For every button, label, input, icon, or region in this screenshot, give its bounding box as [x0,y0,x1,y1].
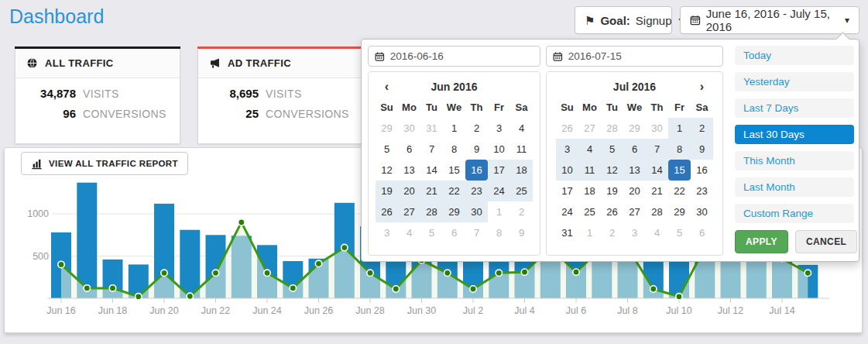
calendar-day[interactable]: 28 [601,118,623,139]
apply-button[interactable]: APPLY [735,230,788,253]
view-all-traffic-report-button[interactable]: VIEW ALL TRAFFIC REPORT [21,152,188,175]
calendar-day[interactable]: 14 [420,160,443,181]
calendar-day[interactable]: 4 [398,222,420,243]
calendar-day[interactable]: 1 [578,222,601,243]
calendar-day[interactable]: 24 [488,181,510,201]
calendar-day[interactable]: 22 [668,181,691,201]
calendar-day[interactable]: 5 [376,139,398,160]
calendar-day[interactable]: 4 [646,222,668,243]
calendar-day[interactable]: 7 [420,139,443,160]
calendar-day[interactable]: 27 [623,201,646,222]
calendar-day[interactable]: 13 [398,160,420,181]
calendar-day[interactable]: 21 [646,181,668,201]
calendar-day[interactable]: 3 [376,222,398,243]
calendar-day[interactable]: 17 [556,181,578,201]
calendar-day[interactable]: 11 [510,139,533,160]
calendar-day[interactable]: 13 [623,160,646,181]
next-month-icon[interactable]: › [691,76,713,97]
calendar-day[interactable]: 3 [556,139,578,160]
calendar-day[interactable]: 24 [556,201,578,222]
calendar-day[interactable]: 7 [646,139,668,160]
calendar-day[interactable]: 16 [691,160,713,181]
calendar-day[interactable]: 30 [398,118,420,139]
calendar-day[interactable]: 1 [668,118,691,139]
calendar-day[interactable]: 30 [691,201,713,222]
calendar-day[interactable]: 1 [488,201,510,222]
calendar-day[interactable]: 6 [623,139,646,160]
calendar-day[interactable]: 7 [465,222,488,243]
calendar-day[interactable]: 3 [488,118,510,139]
calendar-day[interactable]: 20 [623,181,646,201]
calendar-day[interactable]: 3 [623,222,646,243]
calendar-day[interactable]: 27 [398,201,420,222]
calendar-day[interactable]: 8 [668,139,691,160]
calendar-day[interactable]: 23 [691,181,713,201]
calendar-day[interactable]: 8 [488,222,510,243]
preset-item-last-30-days[interactable]: Last 30 Days [735,125,854,144]
cancel-button[interactable]: CANCEL [795,230,857,253]
calendar-day[interactable]: 9 [510,222,533,243]
calendar-day[interactable]: 27 [578,118,601,139]
calendar-day[interactable]: 16 [465,160,488,181]
calendar-day[interactable]: 30 [646,118,668,139]
calendar-day[interactable]: 9 [465,139,488,160]
preset-item-custom-range[interactable]: Custom Range [735,204,854,223]
calendar-day[interactable]: 29 [443,201,465,222]
calendar-day[interactable]: 10 [488,139,510,160]
calendar-day[interactable]: 19 [601,181,623,201]
calendar-day[interactable]: 2 [510,201,533,222]
preset-item-yesterday[interactable]: Yesterday [735,72,854,91]
calendar-day[interactable]: 23 [465,181,488,201]
calendar-day[interactable]: 25 [578,201,601,222]
calendar-day[interactable]: 28 [646,201,668,222]
calendar-day[interactable]: 20 [398,181,420,201]
preset-item-last-month[interactable]: Last Month [735,177,854,197]
calendar-day[interactable]: 5 [601,139,623,160]
calendar-day[interactable]: 6 [691,222,713,243]
calendar-day[interactable]: 1 [443,118,465,139]
calendar-day[interactable]: 31 [420,118,443,139]
calendar-day[interactable]: 4 [510,118,533,139]
calendar-day[interactable]: 14 [646,160,668,181]
calendar-day[interactable]: 17 [488,160,510,181]
goal-dropdown-button[interactable]: ⚑ Goal: Signup ▾ [575,6,672,34]
calendar-day[interactable]: 26 [601,201,623,222]
calendar-day[interactable]: 21 [420,181,443,201]
calendar-day[interactable]: 4 [578,139,601,160]
calendar-day[interactable]: 26 [556,118,578,139]
calendar-day[interactable]: 2 [465,118,488,139]
calendar-day[interactable]: 5 [420,222,443,243]
preset-item-last-7-days[interactable]: Last 7 Days [735,98,854,118]
calendar-day[interactable]: 31 [556,222,578,243]
date-range-dropdown-button[interactable]: June 16, 2016 - July 15, 2016 ▾ [680,6,859,34]
end-date-input[interactable] [568,50,716,62]
calendar-day[interactable]: 6 [443,222,465,243]
calendar-day[interactable]: 29 [623,118,646,139]
calendar-day[interactable]: 2 [601,222,623,243]
calendar-day[interactable]: 18 [578,181,601,201]
calendar-day[interactable]: 10 [556,160,578,181]
preset-item-this-month[interactable]: This Month [735,151,854,170]
calendar-day[interactable]: 6 [398,139,420,160]
calendar-day[interactable]: 15 [668,160,691,181]
calendar-day[interactable]: 28 [420,201,443,222]
calendar-day[interactable]: 26 [376,201,398,222]
preset-item-today[interactable]: Today [735,46,854,65]
calendar-day[interactable]: 29 [668,201,691,222]
calendar-day[interactable]: 29 [376,118,398,139]
calendar-day[interactable]: 2 [691,118,713,139]
calendar-day[interactable]: 18 [510,160,533,181]
calendar-day[interactable]: 12 [601,160,623,181]
calendar-day[interactable]: 25 [510,181,533,201]
calendar-day[interactable]: 9 [691,139,713,160]
prev-month-icon[interactable]: ‹ [376,76,398,97]
calendar-day[interactable]: 8 [443,139,465,160]
calendar-day[interactable]: 22 [443,181,465,201]
start-date-input[interactable] [390,50,533,62]
calendar-day[interactable]: 5 [668,222,691,243]
calendar-day[interactable]: 11 [578,160,601,181]
calendar-day[interactable]: 12 [376,160,398,181]
calendar-day[interactable]: 15 [443,160,465,181]
calendar-day[interactable]: 30 [465,201,488,222]
calendar-day[interactable]: 19 [376,181,398,201]
